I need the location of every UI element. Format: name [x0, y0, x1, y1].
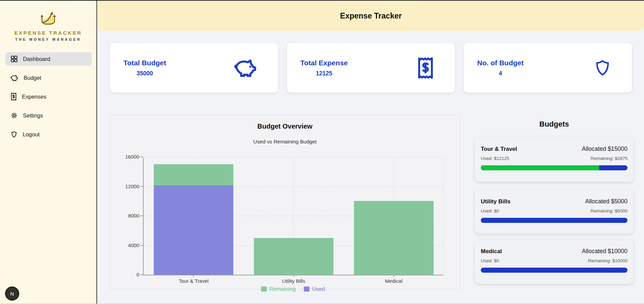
sidebar-item-label: Settings [23, 112, 43, 119]
sidebar-item-expenses[interactable]: Expenses [5, 90, 92, 103]
logo-growth-chart-icon [37, 8, 59, 28]
piggy-bank-icon [233, 57, 259, 79]
sidebar-item-settings[interactable]: Settings [5, 109, 92, 122]
x-gridline [443, 158, 444, 275]
stat-value: 35000 [123, 70, 166, 77]
receipt-dollar-icon [10, 92, 17, 101]
budget-progress-bar [481, 165, 627, 170]
y-axis-tick [140, 186, 143, 187]
window-top-border [0, 0, 644, 1]
grid-icon [10, 55, 18, 63]
x-axis-label: Tour & Travel [144, 278, 244, 284]
budget-allocated: Allocated $10000 [582, 248, 627, 255]
x-axis-label: Medical [344, 278, 444, 284]
legend-label: Remaining [269, 286, 296, 292]
page-title: Expense Tracker [340, 11, 402, 21]
sidebar-item-logout[interactable]: Logout [5, 128, 92, 141]
chart-plot[interactable]: 0400080001200016000Tour & TravelUtility … [143, 158, 443, 275]
budget-card-medical: Medical Allocated $10000 Used: $0 Remain… [475, 239, 634, 284]
budget-name: Tour & Travel [481, 146, 517, 153]
user-avatar[interactable]: N [5, 286, 19, 301]
shield-icon [593, 56, 612, 80]
sidebar-item-label: Logout [23, 131, 39, 138]
gear-icon [10, 111, 18, 120]
sidebar: EXPENSE TRACKER THE MONEY MANAGER Dashbo… [0, 0, 97, 304]
stat-value: 4 [477, 70, 524, 77]
stat-value: 12125 [300, 70, 348, 77]
budget-allocated: Allocated $15000 [582, 145, 627, 153]
y-axis-label: 12000 [119, 184, 139, 189]
bar-remaining-medical[interactable] [354, 201, 434, 275]
budget-name: Medical [481, 248, 502, 255]
legend-item-remaining[interactable]: Remaining [261, 286, 296, 292]
x-axis-tick [193, 275, 194, 277]
budget-remaining: Remaining: $5000 [590, 208, 627, 213]
budget-overview-panel: Budget Overview Used vs Remaining Budget… [110, 115, 460, 289]
budget-used: Used: $0 [481, 208, 499, 213]
expense-tracker-app: EXPENSE TRACKER THE MONEY MANAGER Dashbo… [0, 0, 644, 304]
y-axis-tick [140, 157, 143, 157]
y-gridline [144, 157, 443, 157]
budget-remaining: Remaining: $2875 [590, 156, 627, 161]
stat-label: Total Budget [123, 59, 166, 67]
page-header: Expense Tracker [98, 1, 644, 31]
chart-title: Budget Overview [110, 123, 460, 130]
budget-remaining: Remaining: $10000 [588, 258, 627, 263]
budget-used: Used: $12125 [481, 156, 509, 161]
stat-card-total-expense: Total Expense 12125 [287, 43, 455, 93]
y-axis-tick [140, 245, 143, 246]
y-axis-label: 4000 [119, 243, 139, 248]
chart-subtitle: Used vs Remaining Budget [110, 139, 460, 145]
shield-icon [10, 131, 18, 138]
y-axis-label: 8000 [119, 213, 139, 218]
stats-row: Total Budget 35000 Total Expense 12125 [110, 43, 632, 93]
sidebar-item-budget[interactable]: Budget [5, 71, 92, 85]
chart-legend: RemainingUsed [143, 286, 443, 292]
sidebar-item-label: Budget [24, 75, 41, 81]
bar-used-tour-travel[interactable] [154, 185, 233, 275]
legend-label: Used [312, 286, 325, 292]
stat-card-total-budget: Total Budget 35000 [110, 43, 278, 93]
budgets-section: Budgets Tour & Travel Allocated $15000 U… [475, 115, 634, 290]
stat-card-no-of-budget: No. of Budget 4 [464, 43, 632, 93]
budget-progress-fill [481, 165, 599, 170]
budget-card-tour-travel: Tour & Travel Allocated $15000 Used: $12… [475, 137, 634, 182]
budget-name: Utility Bills [481, 198, 510, 205]
y-axis-label: 0 [119, 272, 139, 277]
budget-card-utility-bills: Utility Bills Allocated $5000 Used: $0 R… [475, 190, 634, 234]
stat-label: No. of Budget [477, 59, 524, 67]
stat-label: Total Expense [300, 59, 348, 67]
x-axis-label: Utility Bills [244, 278, 344, 284]
sidebar-item-label: Dashboard [23, 56, 50, 62]
receipt-dollar-icon [416, 56, 435, 80]
x-axis-tick [393, 275, 394, 277]
legend-item-used[interactable]: Used [304, 286, 325, 292]
piggy-bank-icon [10, 74, 19, 82]
sidebar-nav: Dashboard Budget Expenses [0, 52, 96, 141]
x-axis-tick [293, 275, 294, 277]
budget-allocated: Allocated $5000 [585, 198, 627, 205]
sidebar-item-label: Expenses [22, 94, 46, 100]
budget-progress-bar [481, 218, 627, 223]
y-axis-tick [140, 215, 143, 216]
sidebar-item-dashboard[interactable]: Dashboard [5, 52, 92, 66]
budget-progress-bar [481, 268, 627, 273]
legend-swatch-used [304, 286, 310, 292]
legend-swatch-remaining [261, 286, 267, 292]
y-axis-label: 16000 [119, 154, 139, 160]
budgets-heading: Budgets [475, 120, 634, 129]
budget-used: Used: $0 [481, 258, 499, 263]
logo-title: EXPENSE TRACKER [0, 30, 96, 36]
app-logo: EXPENSE TRACKER THE MONEY MANAGER [0, 0, 96, 41]
y-axis-tick [140, 274, 143, 275]
bar-remaining-utility-bills[interactable] [254, 238, 333, 275]
bar-remaining-tour-travel[interactable] [154, 164, 233, 185]
logo-subtitle: THE MONEY MANAGER [0, 37, 96, 41]
